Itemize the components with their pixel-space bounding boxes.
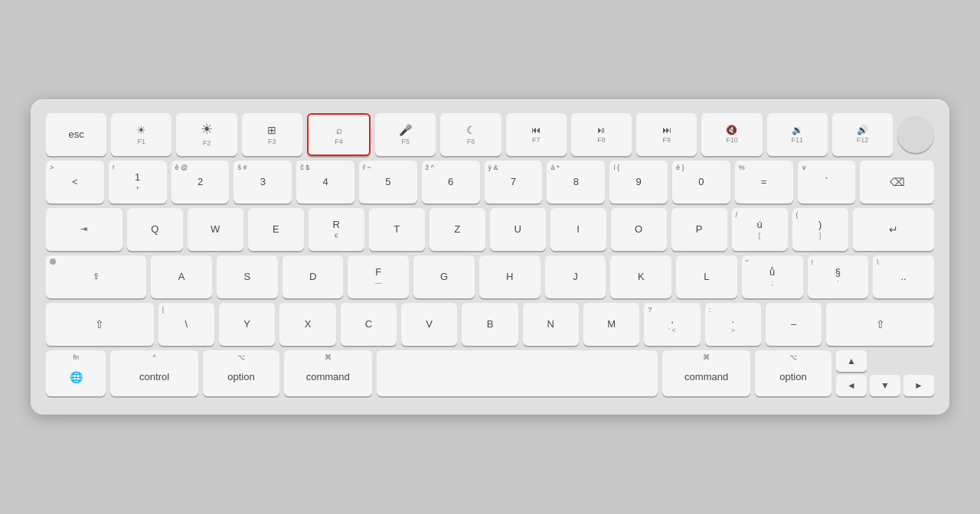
key-h[interactable]: H [479,255,541,298]
key-r[interactable]: R € [309,208,364,251]
key-3[interactable]: š # 3 [234,161,292,203]
key-power[interactable] [897,116,934,153]
caps-row: ⇪ A S D F — G H J K L " ů ; ! § ' \ .. [46,255,934,298]
key-u[interactable]: U [490,208,546,251]
key-1[interactable]: ! 1 + [109,161,167,203]
key-v[interactable]: V [401,303,457,346]
key-f8[interactable]: ⏯F8 [571,113,632,156]
key-n[interactable]: N [523,303,579,346]
key-9[interactable]: í { 9 [609,161,668,203]
key-g[interactable]: G [413,255,475,298]
key-option-right[interactable]: ⌥ option [755,350,831,396]
key-f2[interactable]: ☀F2 [176,113,237,156]
tab-row: ⇥ Q W E R € T Z U I O P / ú [ ( ) ] ↵ [46,208,934,251]
key-command-left[interactable]: ⌘ command [284,350,372,396]
key-f7[interactable]: ⏮F7 [506,113,567,156]
key-arrow-down[interactable]: ▼ [870,375,900,396]
key-enter[interactable]: ↵ [853,208,934,251]
key-caps-lock[interactable]: ⇪ [46,255,146,298]
key-l[interactable]: L [676,255,737,298]
key-t[interactable]: T [369,208,425,251]
shift-row: ⇧ | \ Y X C V B N M ? , ' < : . > – ⇧ [46,303,934,346]
key-s[interactable]: S [217,255,278,298]
key-tab[interactable]: ⇥ [46,208,122,251]
bottom-row: fn 🌐 ^ control ⌥ option ⌘ command ⌘ comm… [46,350,934,396]
key-comma[interactable]: ? , ' < [644,303,700,346]
key-equals[interactable]: ∨ ` [798,161,856,203]
key-i[interactable]: I [550,208,606,251]
key-e[interactable]: E [248,208,304,251]
key-f12[interactable]: 🔊F12 [832,113,893,156]
key-semicolon[interactable]: " ů ; [742,255,803,298]
key-c[interactable]: C [341,303,397,346]
key-f11[interactable]: 🔉F11 [767,113,828,156]
key-w[interactable]: W [188,208,243,251]
key-minus[interactable]: % = [735,161,793,203]
key-2[interactable]: ě @ 2 [172,161,230,203]
key-a[interactable]: A [151,255,212,298]
key-8[interactable]: á * 8 [547,161,605,203]
key-q[interactable]: Q [127,208,183,251]
key-esc[interactable]: esc [46,113,106,156]
key-p[interactable]: P [671,208,727,251]
key-shift-right[interactable]: ⇧ [826,303,934,346]
key-7[interactable]: ý & 7 [485,161,543,203]
key-option-left[interactable]: ⌥ option [203,350,279,396]
key-6[interactable]: ž ^ 6 [422,161,480,203]
key-f4[interactable]: ⌕F4 [307,113,371,156]
key-j[interactable]: J [545,255,606,298]
key-space[interactable] [377,350,658,396]
key-arrow-up[interactable]: ▲ [836,350,867,372]
key-slash[interactable]: – [766,303,822,346]
arrow-key-group: ▲ ◄ ▼ ► [836,350,934,396]
key-period[interactable]: : . > [705,303,761,346]
key-o[interactable]: O [611,208,667,251]
key-fn[interactable]: fn 🌐 [46,350,106,396]
key-f3[interactable]: ⊞F3 [242,113,302,156]
key-f10[interactable]: 🔇F10 [701,113,762,156]
key-backspace[interactable]: ⌫ [860,161,934,203]
key-f6[interactable]: ☾F6 [440,113,501,156]
key-z[interactable]: Z [430,208,485,251]
key-arrow-right[interactable]: ► [903,375,934,396]
key-f9[interactable]: ⏭F9 [636,113,697,156]
number-row: > < ! 1 + ě @ 2 š # 3 č $ 4 ř ~ 5 ž ^ 6 [46,161,934,203]
key-4[interactable]: č $ 4 [296,161,354,203]
key-quote[interactable]: ! § ' [808,255,869,298]
key-bracket-open[interactable]: / ú [ [732,208,788,251]
key-command-right[interactable]: ⌘ command [662,350,750,396]
key-f1[interactable]: ☀F1 [111,113,172,156]
key-0[interactable]: é } 0 [672,161,730,203]
key-backtick[interactable]: > < [46,161,104,203]
key-bracket-close[interactable]: ( ) ] [792,208,848,251]
keyboard: esc ☀F1 ☀F2 ⊞F3 ⌕F4 🎤F5 ☾F6 ⏮F7 ⏯F8 ⏭F9 … [31,99,949,415]
function-row: esc ☀F1 ☀F2 ⊞F3 ⌕F4 🎤F5 ☾F6 ⏮F7 ⏯F8 ⏭F9 … [46,113,934,156]
key-b[interactable]: B [462,303,518,346]
key-f5[interactable]: 🎤F5 [375,113,436,156]
key-f[interactable]: F — [348,255,409,298]
key-k[interactable]: K [610,255,671,298]
key-5[interactable]: ř ~ 5 [359,161,417,203]
key-control[interactable]: ^ control [110,350,198,396]
key-m[interactable]: M [583,303,639,346]
key-shift-left[interactable]: ⇧ [46,303,154,346]
key-arrow-left[interactable]: ◄ [836,375,867,396]
key-y[interactable]: Y [219,303,275,346]
arrow-up-row: ▲ [836,350,934,372]
arrow-bottom-row: ◄ ▼ ► [836,375,934,396]
key-x[interactable]: X [279,303,335,346]
key-pipe[interactable]: | \ [158,303,214,346]
key-backslash[interactable]: \ .. [873,255,934,298]
key-d[interactable]: D [283,255,344,298]
